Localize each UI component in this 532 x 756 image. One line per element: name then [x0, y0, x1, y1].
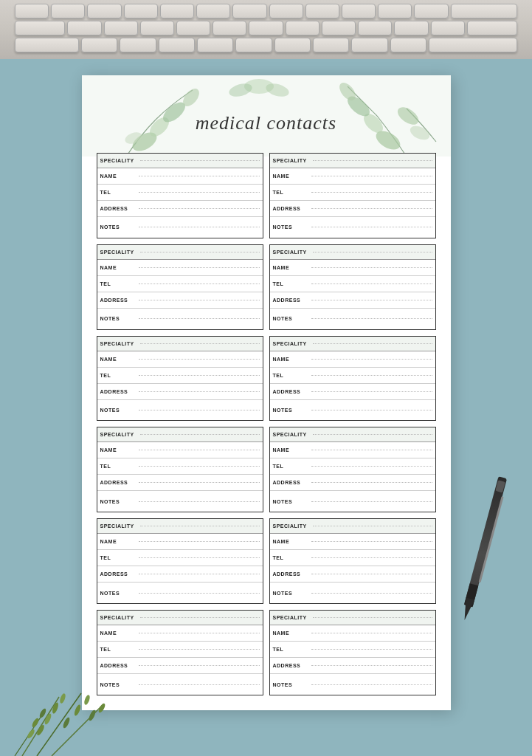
field-row-tel: TEL: [270, 550, 435, 566]
field-row-address: ADDRESS: [270, 566, 435, 583]
field-row-name: NAME: [97, 625, 263, 642]
field-label-name: NAME: [270, 264, 308, 272]
field-label-notes: NOTES: [97, 498, 136, 506]
contact-card-5-1: SPECIALITYNAMETELADDRESSNOTES: [269, 610, 436, 695]
field-row-address: ADDRESS: [270, 292, 435, 309]
field-label-notes: NOTES: [97, 406, 136, 414]
field-label-name: NAME: [270, 537, 308, 546]
field-row-speciality: SPECIALITY: [97, 427, 263, 442]
field-row-name: NAME: [270, 625, 435, 642]
field-label-address: ADDRESS: [270, 662, 308, 670]
field-label-speciality: SPECIALITY: [270, 248, 310, 256]
field-label-notes: NOTES: [97, 315, 136, 323]
field-line-tel: [139, 466, 260, 467]
field-line-notes: [139, 684, 260, 685]
field-row-address: ADDRESS: [97, 475, 263, 491]
card-row-pair-3: SPECIALITYNAMETELADDRESSNOTESSPECIALITYN…: [97, 427, 436, 512]
field-line-notes: [139, 410, 260, 410]
field-row-name: NAME: [270, 260, 435, 276]
field-line-speciality: [313, 252, 432, 252]
field-label-address: ADDRESS: [97, 388, 136, 396]
field-label-tel: TEL: [270, 645, 308, 653]
field-row-address: ADDRESS: [97, 201, 263, 217]
field-label-speciality: SPECIALITY: [270, 614, 310, 622]
field-row-speciality: SPECIALITY: [97, 611, 263, 625]
field-line-tel: [311, 557, 432, 558]
field-line-address: [311, 482, 432, 483]
field-row-notes: NOTES: [270, 217, 435, 238]
contact-card-2-1: SPECIALITYNAMETELADDRESSNOTES: [269, 336, 436, 422]
field-line-name: [139, 267, 260, 268]
pen: [460, 462, 512, 622]
card-row-pair-1: SPECIALITYNAMETELADDRESSNOTESSPECIALITYN…: [97, 244, 436, 330]
svg-point-25: [83, 694, 91, 705]
field-row-speciality: SPECIALITY: [97, 245, 263, 260]
field-line-tel: [139, 284, 260, 284]
field-label-name: NAME: [270, 172, 308, 180]
field-line-notes: [139, 227, 260, 227]
field-line-tel: [311, 649, 432, 650]
field-line-tel: [311, 284, 432, 284]
field-line-address: [139, 300, 260, 300]
field-label-speciality: SPECIALITY: [97, 157, 137, 165]
field-label-speciality: SPECIALITY: [270, 157, 310, 165]
pen-clip: [479, 496, 504, 583]
field-row-address: ADDRESS: [270, 384, 435, 400]
field-line-tel: [311, 375, 432, 376]
page-title: medical contacts: [82, 112, 451, 134]
field-label-tel: TEL: [97, 645, 136, 653]
field-label-tel: TEL: [270, 280, 308, 288]
field-row-tel: TEL: [97, 276, 263, 292]
field-line-address: [311, 208, 432, 209]
field-label-speciality: SPECIALITY: [97, 340, 137, 348]
field-label-tel: TEL: [270, 554, 308, 562]
field-row-speciality: SPECIALITY: [97, 519, 263, 534]
field-row-tel: TEL: [97, 642, 263, 658]
field-row-name: NAME: [97, 168, 263, 185]
field-line-tel: [139, 557, 260, 558]
field-line-speciality: [313, 343, 432, 344]
field-label-notes: NOTES: [270, 406, 308, 414]
field-label-address: ADDRESS: [270, 388, 308, 396]
field-label-notes: NOTES: [97, 223, 136, 231]
field-row-tel: TEL: [270, 642, 435, 658]
field-line-speciality: [313, 617, 432, 618]
contact-card-1-0: SPECIALITYNAMETELADDRESSNOTES: [97, 244, 263, 330]
field-line-name: [139, 633, 260, 633]
herbs: [0, 667, 148, 756]
keyboard: [0, 0, 532, 59]
contact-card-4-1: SPECIALITYNAMETELADDRESSNOTES: [269, 518, 436, 604]
field-line-name: [311, 450, 432, 450]
field-label-tel: TEL: [97, 554, 136, 562]
field-label-tel: TEL: [97, 462, 136, 470]
field-row-speciality: SPECIALITY: [270, 519, 435, 534]
field-line-name: [311, 267, 432, 268]
field-label-address: ADDRESS: [97, 570, 136, 578]
field-line-tel: [139, 649, 260, 650]
field-line-notes: [311, 593, 432, 594]
field-line-name: [139, 450, 260, 450]
field-row-notes: NOTES: [97, 400, 263, 421]
field-label-name: NAME: [97, 629, 136, 637]
field-row-name: NAME: [97, 442, 263, 458]
field-row-tel: TEL: [97, 368, 263, 384]
field-line-address: [311, 300, 432, 300]
pen-tip: [460, 597, 474, 621]
field-line-speciality: [140, 434, 260, 435]
field-line-name: [139, 176, 260, 176]
field-label-address: ADDRESS: [270, 205, 308, 213]
svg-line-16: [37, 693, 81, 756]
field-row-speciality: SPECIALITY: [270, 611, 435, 625]
field-line-speciality: [313, 434, 432, 435]
field-label-tel: TEL: [97, 188, 136, 196]
field-label-name: NAME: [97, 264, 136, 272]
field-line-name: [311, 176, 432, 176]
field-row-speciality: SPECIALITY: [97, 154, 263, 168]
field-label-speciality: SPECIALITY: [97, 430, 137, 439]
field-line-speciality: [140, 617, 260, 618]
field-line-notes: [311, 318, 432, 319]
field-row-tel: TEL: [270, 368, 435, 384]
field-row-speciality: SPECIALITY: [270, 337, 435, 351]
field-line-notes: [311, 227, 432, 227]
field-line-speciality: [140, 526, 260, 526]
